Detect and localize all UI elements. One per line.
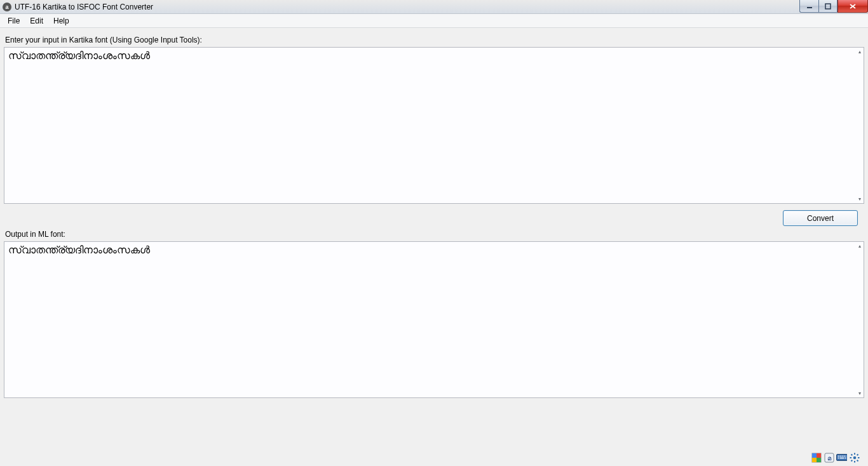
svg-rect-7 — [812, 458, 817, 462]
output-textarea-container: സ്വാതന്ത്ര്യദിനാംശംസകൾ ▴ ▾ — [4, 241, 864, 398]
google-input-icon[interactable] — [811, 452, 822, 463]
convert-row: Convert — [4, 204, 864, 230]
settings-icon[interactable] — [849, 452, 860, 463]
svg-line-26 — [857, 460, 858, 461]
svg-line-25 — [851, 454, 852, 455]
menu-file[interactable]: File — [3, 15, 25, 27]
svg-rect-17 — [838, 457, 839, 458]
output-label: Output in ML font: — [5, 230, 864, 239]
scroll-up-icon[interactable]: ▴ — [856, 48, 863, 55]
svg-rect-5 — [812, 453, 817, 458]
svg-point-20 — [853, 456, 856, 459]
scroll-down-icon[interactable]: ▾ — [856, 390, 863, 397]
client-area: Enter your input in Kartika font (Using … — [0, 28, 868, 466]
input-label: Enter your input in Kartika font (Using … — [5, 36, 864, 44]
menu-edit[interactable]: Edit — [25, 15, 48, 27]
scroll-down-icon[interactable]: ▾ — [856, 196, 863, 203]
window-controls — [799, 0, 868, 13]
input-textarea-container: സ്വാതന്ത്ര്യദിനാംശംസകൾ ▴ ▾ — [4, 47, 864, 204]
minimize-icon — [806, 3, 813, 10]
close-icon — [849, 3, 857, 10]
svg-line-27 — [857, 454, 858, 455]
scroll-up-icon[interactable]: ▴ — [856, 243, 863, 250]
maximize-icon — [825, 3, 831, 10]
svg-rect-12 — [838, 455, 839, 456]
svg-rect-16 — [846, 455, 846, 456]
input-textarea[interactable]: സ്വാതന്ത്ര്യദിനാംശംസകൾ — [4, 48, 864, 203]
svg-rect-18 — [840, 457, 844, 458]
svg-rect-15 — [844, 455, 845, 456]
svg-rect-8 — [817, 458, 821, 462]
titlebar: a UTF-16 Kartika to ISFOC Font Converter — [0, 0, 868, 14]
svg-rect-1 — [825, 4, 831, 9]
minimize-button[interactable] — [799, 0, 818, 13]
keyboard-icon[interactable] — [836, 452, 847, 463]
close-button[interactable] — [837, 0, 868, 13]
output-textarea[interactable]: സ്വാതന്ത്ര്യദിനാംശംസകൾ — [4, 242, 864, 397]
system-tray: മ — [811, 452, 860, 463]
svg-rect-14 — [842, 455, 843, 456]
maximize-button[interactable] — [818, 0, 837, 13]
window-title: UTF-16 Kartika to ISFOC Font Converter — [15, 3, 153, 11]
svg-line-28 — [851, 460, 852, 461]
svg-text:മ: മ — [827, 455, 832, 462]
menu-help[interactable]: Help — [48, 15, 74, 27]
svg-rect-13 — [840, 455, 841, 456]
svg-rect-6 — [817, 453, 821, 458]
svg-rect-0 — [807, 7, 812, 8]
language-icon[interactable]: മ — [824, 452, 834, 463]
svg-rect-19 — [845, 457, 846, 458]
app-window: a UTF-16 Kartika to ISFOC Font Converter… — [0, 0, 868, 466]
app-icon: a — [3, 3, 11, 11]
menubar: File Edit Help — [0, 14, 868, 28]
convert-button[interactable]: Convert — [783, 210, 858, 226]
